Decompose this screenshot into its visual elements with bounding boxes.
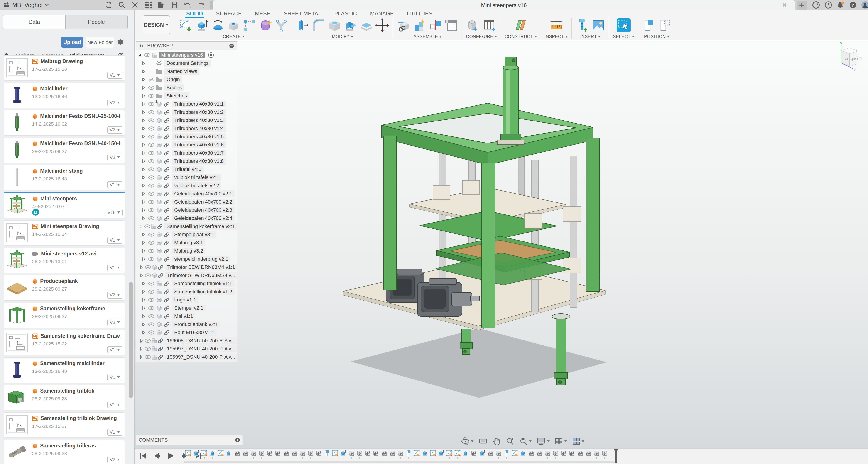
browser-row[interactable]: Document Settings xyxy=(136,59,237,67)
timeline-link-feature[interactable] xyxy=(528,450,534,459)
timeline-flag-feature[interactable] xyxy=(324,450,330,459)
timeline-link-feature[interactable] xyxy=(577,450,583,459)
visibility-eye-icon[interactable] xyxy=(148,281,155,286)
expand-arrow-icon[interactable] xyxy=(140,102,148,106)
file-card[interactable]: Samenstelling trilleras 28-2-2025 09:28 … xyxy=(4,440,125,464)
3d-model[interactable] xyxy=(329,45,624,419)
visibility-eye-icon[interactable] xyxy=(148,191,155,196)
new-file-icon[interactable] xyxy=(157,1,165,9)
ribbon-tab-sheet-metal[interactable]: SHEET METAL xyxy=(283,10,322,17)
visibility-eye-icon[interactable] xyxy=(148,93,155,98)
visibility-eye-icon[interactable] xyxy=(148,159,155,164)
visibility-eye-icon[interactable] xyxy=(148,167,155,172)
revolve-icon[interactable] xyxy=(211,19,225,32)
timeline-link-feature[interactable] xyxy=(275,450,281,459)
browser-row[interactable]: Samenstelling trilblok v1:2 xyxy=(136,288,237,296)
group-label[interactable]: INSPECT xyxy=(545,34,568,39)
expand-arrow-icon[interactable] xyxy=(140,257,148,261)
timeline-sketch-feature[interactable] xyxy=(332,450,338,459)
viewports-icon[interactable] xyxy=(572,437,584,445)
expand-arrow-icon[interactable] xyxy=(138,347,144,351)
timeline-link-feature[interactable] xyxy=(234,450,240,459)
play-icon[interactable] xyxy=(167,452,175,460)
timeline-link-feature[interactable] xyxy=(348,450,354,459)
timeline-extrude-feature[interactable] xyxy=(479,450,485,459)
viewport[interactable]: LEFT FRONT Y Z BROWSER Mini steenpers v1… xyxy=(134,40,868,449)
browser-row[interactable]: Named Views xyxy=(136,67,237,75)
clock-icon[interactable] xyxy=(825,1,832,9)
browser-row[interactable]: Origin xyxy=(136,75,237,84)
timeline-sketch-feature[interactable] xyxy=(413,450,420,459)
form-icon[interactable] xyxy=(258,19,273,32)
file-card[interactable]: Samenstelling malcilinder 13-2-2025 16:4… xyxy=(4,358,125,383)
browser-row[interactable]: Geleidepalen 40x700 v2:3 xyxy=(136,206,237,214)
save-icon[interactable] xyxy=(170,1,178,9)
browser-row[interactable]: Trilrubbers 40x30 v1:8 xyxy=(136,157,237,165)
view-cube[interactable]: LEFT FRONT Y Z xyxy=(831,42,865,74)
display-settings-icon[interactable] xyxy=(536,437,550,445)
browser-row[interactable]: vulblok triltafels v2:2 xyxy=(136,181,237,190)
timeline-link-feature[interactable] xyxy=(601,450,608,459)
visibility-eye-icon[interactable] xyxy=(145,273,151,278)
visibility-eye-icon[interactable] xyxy=(144,338,151,343)
expand-arrow-icon[interactable] xyxy=(140,167,148,171)
timeline-link-feature[interactable] xyxy=(316,450,322,459)
orbit-icon[interactable] xyxy=(461,437,473,445)
timeline-link-feature[interactable] xyxy=(544,450,550,459)
group-label[interactable]: ASSEMBLE xyxy=(413,34,442,39)
expand-arrow-icon[interactable] xyxy=(140,159,148,163)
timeline-extrude-feature[interactable] xyxy=(209,450,216,459)
expand-arrow-icon[interactable] xyxy=(140,200,148,204)
tab-data[interactable]: Data xyxy=(3,15,66,29)
browser-row[interactable]: Trilrubbers 40x30 v1:4 xyxy=(136,125,237,133)
minimize-icon[interactable] xyxy=(229,43,235,48)
timeline-sketch-feature[interactable] xyxy=(455,450,461,459)
visibility-eye-icon[interactable] xyxy=(148,102,155,106)
visibility-eye-icon[interactable] xyxy=(148,175,155,180)
ribbon-tab-mesh[interactable]: MESH xyxy=(254,10,272,17)
browser-row[interactable]: Bodies xyxy=(136,84,237,92)
expand-arrow-icon[interactable] xyxy=(140,143,148,147)
timeline-flag-feature[interactable] xyxy=(405,450,411,459)
browser-row[interactable]: Trilmotor SEW DRN63M4 v1:1 xyxy=(136,263,237,271)
expand-arrow-icon[interactable] xyxy=(140,241,148,244)
version-dropdown[interactable]: V2 xyxy=(107,154,122,161)
browser-row[interactable]: Mini steenpers v16 xyxy=(136,51,237,59)
timeline-sketch-feature[interactable] xyxy=(218,450,224,459)
file-card[interactable]: Samenstelling kokerframe Drawing 17-2-20… xyxy=(4,330,125,356)
timeline-link-feature[interactable] xyxy=(397,450,403,459)
timeline-link-feature[interactable] xyxy=(307,450,313,459)
expand-arrow-icon[interactable] xyxy=(138,339,144,342)
new-tab-button[interactable] xyxy=(797,1,807,9)
browser-row[interactable]: Malbrug v3:1 xyxy=(136,239,237,247)
visibility-eye-icon[interactable] xyxy=(148,257,155,262)
upload-button[interactable]: Upload xyxy=(61,37,83,47)
create-sketch-icon[interactable] xyxy=(179,19,193,32)
expand-arrow-icon[interactable] xyxy=(140,86,148,90)
step-back-icon[interactable] xyxy=(153,452,161,460)
expand-arrow-icon[interactable] xyxy=(140,233,148,236)
file-card[interactable]: Malcilinder 13-2-2025 16:46 V2 xyxy=(4,83,125,108)
version-dropdown[interactable]: V2 xyxy=(107,319,122,326)
visibility-eye-icon[interactable] xyxy=(148,314,155,319)
browser-row[interactable]: Geleidepalen 40x700 v2:2 xyxy=(136,198,237,206)
file-card[interactable]: Mini steenpers v12.avi 26-2-2025 13:01 V… xyxy=(4,248,125,273)
browser-row[interactable]: Sketches xyxy=(136,92,237,100)
canvas-icon[interactable] xyxy=(591,19,605,32)
expand-arrow-icon[interactable] xyxy=(140,176,148,179)
ribbon-tab-surface[interactable]: SURFACE xyxy=(215,10,243,17)
tab-people[interactable]: People xyxy=(66,15,128,29)
visibility-eye-icon[interactable] xyxy=(148,322,155,327)
expand-arrow-icon[interactable] xyxy=(136,53,144,57)
hole-icon[interactable] xyxy=(227,19,241,32)
timeline-link-feature[interactable] xyxy=(585,450,591,459)
version-dropdown[interactable]: V2 xyxy=(107,456,122,463)
split-icon[interactable] xyxy=(359,19,373,32)
visibility-eye-icon[interactable] xyxy=(148,134,155,139)
timeline-extrude-feature[interactable] xyxy=(226,450,232,459)
version-dropdown[interactable]: V16 xyxy=(105,209,123,216)
file-card[interactable]: Mini steenpers 4-3-2025 16:07 D V16 xyxy=(4,193,125,218)
browser-row[interactable]: Trilrubbers 40x30 v1:6 xyxy=(136,141,237,149)
comments-bar[interactable]: COMMENTS xyxy=(136,435,243,445)
visibility-eye-icon[interactable] xyxy=(148,118,155,123)
